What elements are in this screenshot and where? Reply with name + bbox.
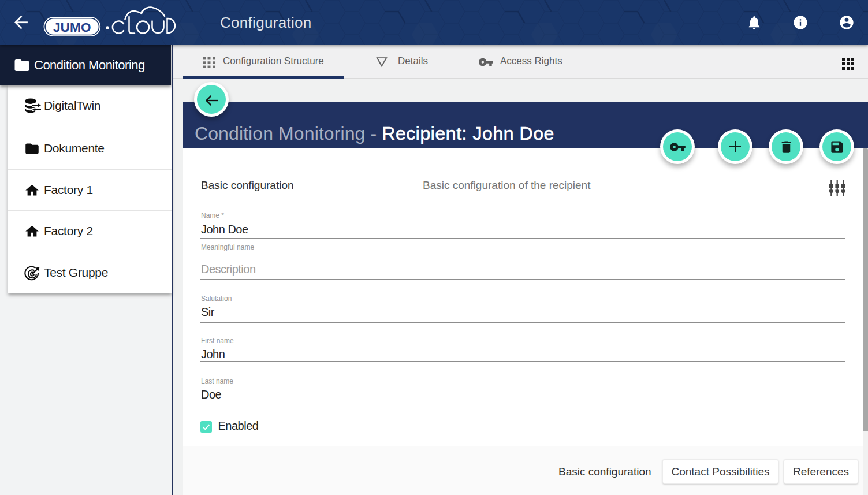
- svg-text:JUMO: JUMO: [53, 20, 91, 35]
